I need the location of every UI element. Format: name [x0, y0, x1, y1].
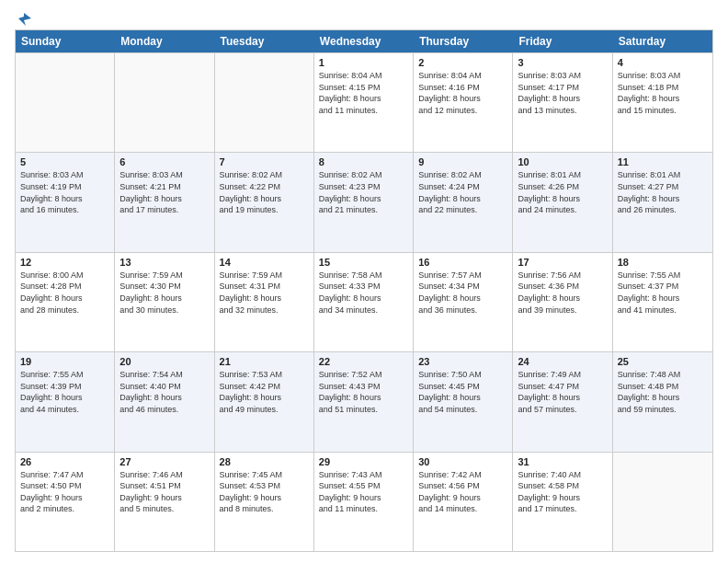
day-number: 1 [319, 57, 408, 68]
calendar-cell-day-20: 20Sunrise: 7:54 AM Sunset: 4:40 PM Dayli… [115, 352, 214, 451]
day-number: 28 [220, 456, 309, 467]
day-number: 17 [518, 257, 607, 268]
day-number: 30 [418, 456, 507, 467]
day-number: 14 [220, 257, 309, 268]
day-info: Sunrise: 7:48 AM Sunset: 4:48 PM Dayligh… [618, 369, 708, 415]
calendar-header: SundayMondayTuesdayWednesdayThursdayFrid… [16, 30, 712, 52]
day-number: 29 [319, 456, 408, 467]
calendar-row-3: 12Sunrise: 8:00 AM Sunset: 4:28 PM Dayli… [16, 252, 712, 351]
calendar-cell-day-30: 30Sunrise: 7:42 AM Sunset: 4:56 PM Dayli… [414, 453, 513, 551]
day-info: Sunrise: 8:03 AM Sunset: 4:21 PM Dayligh… [119, 169, 209, 215]
calendar-cell-day-24: 24Sunrise: 7:49 AM Sunset: 4:47 PM Dayli… [513, 352, 612, 451]
calendar-cell-day-13: 13Sunrise: 7:59 AM Sunset: 4:30 PM Dayli… [115, 253, 214, 351]
calendar-cell-day-12: 12Sunrise: 8:00 AM Sunset: 4:28 PM Dayli… [16, 253, 115, 351]
day-info: Sunrise: 7:45 AM Sunset: 4:53 PM Dayligh… [220, 469, 309, 515]
calendar-cell-day-27: 27Sunrise: 7:46 AM Sunset: 4:51 PM Dayli… [115, 453, 214, 551]
calendar-cell-day-23: 23Sunrise: 7:50 AM Sunset: 4:45 PM Dayli… [414, 352, 513, 451]
logo-bird-icon [17, 11, 31, 26]
day-info: Sunrise: 7:56 AM Sunset: 4:36 PM Dayligh… [518, 270, 607, 316]
calendar-cell-day-4: 4Sunrise: 8:03 AM Sunset: 4:18 PM Daylig… [613, 53, 712, 152]
calendar-cell-day-9: 9Sunrise: 8:02 AM Sunset: 4:24 PM Daylig… [414, 153, 513, 251]
day-number: 4 [618, 57, 708, 68]
day-info: Sunrise: 7:58 AM Sunset: 4:33 PM Dayligh… [319, 270, 408, 316]
calendar-cell-day-3: 3Sunrise: 8:03 AM Sunset: 4:17 PM Daylig… [513, 53, 612, 152]
day-info: Sunrise: 7:50 AM Sunset: 4:45 PM Dayligh… [418, 369, 507, 415]
calendar-row-2: 5Sunrise: 8:03 AM Sunset: 4:19 PM Daylig… [16, 152, 712, 251]
calendar-cell-day-16: 16Sunrise: 7:57 AM Sunset: 4:34 PM Dayli… [414, 253, 513, 351]
calendar-cell-empty [16, 53, 115, 152]
header-day-wednesday: Wednesday [314, 30, 414, 52]
day-number: 11 [618, 156, 708, 167]
day-info: Sunrise: 8:03 AM Sunset: 4:19 PM Dayligh… [20, 169, 109, 215]
day-info: Sunrise: 8:03 AM Sunset: 4:18 PM Dayligh… [618, 70, 708, 116]
day-number: 13 [119, 257, 209, 268]
day-number: 16 [418, 257, 507, 268]
calendar-cell-day-7: 7Sunrise: 8:02 AM Sunset: 4:22 PM Daylig… [215, 153, 314, 251]
day-number: 27 [119, 456, 209, 467]
day-number: 31 [518, 456, 607, 467]
calendar-row-5: 26Sunrise: 7:47 AM Sunset: 4:50 PM Dayli… [16, 452, 712, 551]
day-info: Sunrise: 7:47 AM Sunset: 4:50 PM Dayligh… [20, 469, 109, 515]
day-number: 23 [418, 356, 507, 367]
day-number: 24 [518, 356, 607, 367]
day-info: Sunrise: 7:49 AM Sunset: 4:47 PM Dayligh… [518, 369, 607, 415]
calendar-cell-day-2: 2Sunrise: 8:04 AM Sunset: 4:16 PM Daylig… [414, 53, 513, 152]
day-number: 9 [418, 156, 507, 167]
calendar-cell-day-5: 5Sunrise: 8:03 AM Sunset: 4:19 PM Daylig… [16, 153, 115, 251]
calendar-cell-day-28: 28Sunrise: 7:45 AM Sunset: 4:53 PM Dayli… [215, 453, 314, 551]
day-info: Sunrise: 7:59 AM Sunset: 4:30 PM Dayligh… [119, 270, 209, 316]
day-info: Sunrise: 7:40 AM Sunset: 4:58 PM Dayligh… [518, 469, 607, 515]
calendar-cell-day-17: 17Sunrise: 7:56 AM Sunset: 4:36 PM Dayli… [513, 253, 612, 351]
calendar-row-4: 19Sunrise: 7:55 AM Sunset: 4:39 PM Dayli… [16, 351, 712, 451]
header-day-saturday: Saturday [613, 30, 712, 52]
calendar-cell-day-21: 21Sunrise: 7:53 AM Sunset: 4:42 PM Dayli… [215, 352, 314, 451]
calendar: SundayMondayTuesdayWednesdayThursdayFrid… [15, 29, 713, 552]
day-number: 6 [119, 156, 209, 167]
header-day-thursday: Thursday [414, 30, 513, 52]
header-day-tuesday: Tuesday [215, 30, 314, 52]
day-info: Sunrise: 7:55 AM Sunset: 4:37 PM Dayligh… [618, 270, 708, 316]
day-number: 8 [319, 156, 408, 167]
day-info: Sunrise: 8:02 AM Sunset: 4:23 PM Dayligh… [319, 169, 408, 215]
calendar-row-1: 1Sunrise: 8:04 AM Sunset: 4:15 PM Daylig… [16, 52, 712, 152]
calendar-cell-day-26: 26Sunrise: 7:47 AM Sunset: 4:50 PM Dayli… [16, 453, 115, 551]
day-info: Sunrise: 7:46 AM Sunset: 4:51 PM Dayligh… [119, 469, 209, 515]
day-info: Sunrise: 7:54 AM Sunset: 4:40 PM Dayligh… [119, 369, 209, 415]
day-number: 26 [20, 456, 109, 467]
day-info: Sunrise: 8:02 AM Sunset: 4:22 PM Dayligh… [220, 169, 309, 215]
calendar-cell-day-29: 29Sunrise: 7:43 AM Sunset: 4:55 PM Dayli… [314, 453, 414, 551]
calendar-cell-empty [215, 53, 314, 152]
day-number: 19 [20, 356, 109, 367]
day-number: 21 [220, 356, 309, 367]
calendar-cell-day-19: 19Sunrise: 7:55 AM Sunset: 4:39 PM Dayli… [16, 352, 115, 451]
day-info: Sunrise: 8:04 AM Sunset: 4:15 PM Dayligh… [319, 70, 408, 116]
day-number: 5 [20, 156, 109, 167]
calendar-cell-day-18: 18Sunrise: 7:55 AM Sunset: 4:37 PM Dayli… [613, 253, 712, 351]
calendar-cell-day-6: 6Sunrise: 8:03 AM Sunset: 4:21 PM Daylig… [115, 153, 214, 251]
day-number: 7 [220, 156, 309, 167]
calendar-cell-day-31: 31Sunrise: 7:40 AM Sunset: 4:58 PM Dayli… [513, 453, 612, 551]
logo [15, 11, 31, 22]
day-number: 25 [618, 356, 708, 367]
day-info: Sunrise: 7:42 AM Sunset: 4:56 PM Dayligh… [418, 469, 507, 515]
day-info: Sunrise: 7:57 AM Sunset: 4:34 PM Dayligh… [418, 270, 507, 316]
day-info: Sunrise: 7:59 AM Sunset: 4:31 PM Dayligh… [220, 270, 309, 316]
calendar-body: 1Sunrise: 8:04 AM Sunset: 4:15 PM Daylig… [16, 52, 712, 551]
header-day-friday: Friday [513, 30, 612, 52]
day-info: Sunrise: 8:00 AM Sunset: 4:28 PM Dayligh… [20, 270, 109, 316]
day-number: 3 [518, 57, 607, 68]
calendar-cell-day-10: 10Sunrise: 8:01 AM Sunset: 4:26 PM Dayli… [513, 153, 612, 251]
header-day-sunday: Sunday [16, 30, 115, 52]
svg-marker-0 [18, 13, 31, 26]
day-info: Sunrise: 8:04 AM Sunset: 4:16 PM Dayligh… [418, 70, 507, 116]
day-info: Sunrise: 8:01 AM Sunset: 4:26 PM Dayligh… [518, 169, 607, 215]
day-number: 18 [618, 257, 708, 268]
day-number: 10 [518, 156, 607, 167]
calendar-cell-day-14: 14Sunrise: 7:59 AM Sunset: 4:31 PM Dayli… [215, 253, 314, 351]
calendar-cell-day-15: 15Sunrise: 7:58 AM Sunset: 4:33 PM Dayli… [314, 253, 414, 351]
header-day-monday: Monday [115, 30, 214, 52]
day-number: 2 [418, 57, 507, 68]
day-info: Sunrise: 7:55 AM Sunset: 4:39 PM Dayligh… [20, 369, 109, 415]
day-info: Sunrise: 7:53 AM Sunset: 4:42 PM Dayligh… [220, 369, 309, 415]
page-header [15, 11, 713, 22]
